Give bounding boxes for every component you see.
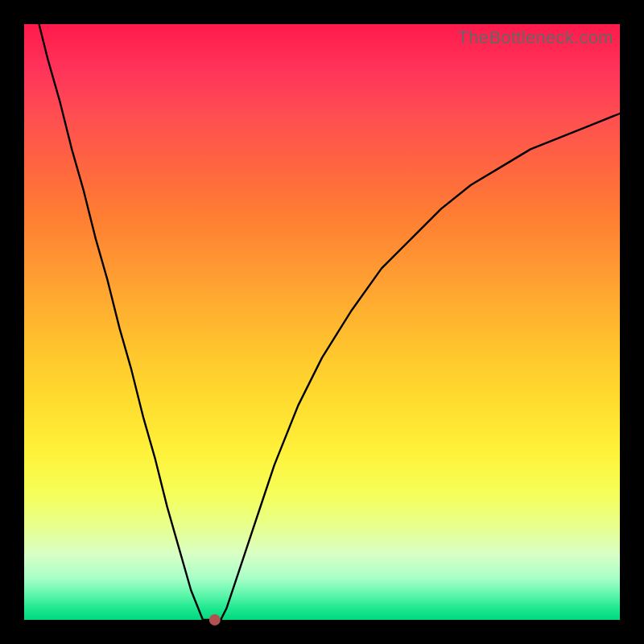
minimum-marker [209, 614, 221, 625]
chart-frame: TheBottleneck.com [0, 0, 644, 644]
plot-area: TheBottleneck.com [24, 24, 620, 620]
bottleneck-curve [24, 24, 620, 620]
curve-path [24, 0, 620, 620]
